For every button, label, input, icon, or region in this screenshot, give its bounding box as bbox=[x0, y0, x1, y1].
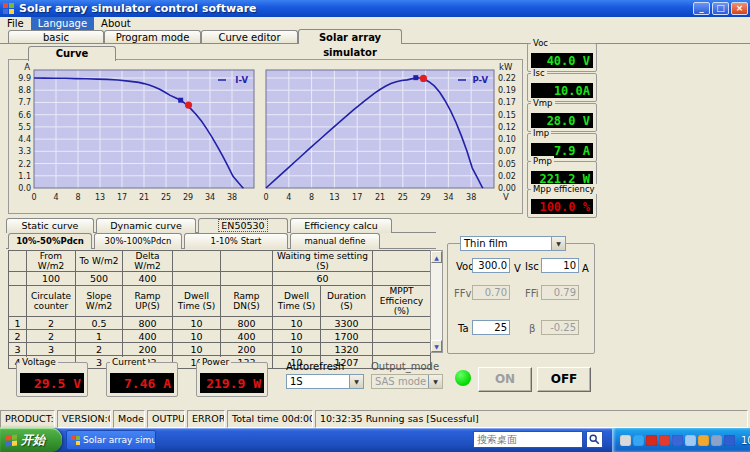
minimize-button[interactable]: _ bbox=[693, 2, 710, 15]
defender-shield-icon[interactable] bbox=[724, 435, 735, 446]
table-scrollbar[interactable]: ▲ ▼ bbox=[430, 250, 443, 353]
svg-text:4: 4 bbox=[53, 193, 58, 202]
table-cell[interactable]: 400 bbox=[221, 330, 273, 343]
messenger-icon[interactable] bbox=[672, 435, 683, 446]
tab-curve-editor[interactable]: Curve editor bbox=[201, 30, 298, 43]
svg-text:21: 21 bbox=[139, 193, 149, 202]
table-header-cell: Slope W/m2 bbox=[76, 286, 123, 317]
tab-basic[interactable]: basic bbox=[8, 30, 104, 43]
start-button[interactable]: 开始 bbox=[0, 428, 62, 452]
table-cell[interactable]: 3 bbox=[9, 343, 27, 356]
table-header-cell: Waiting time setting (S) bbox=[273, 251, 373, 272]
table-cell[interactable]: 10 bbox=[273, 330, 321, 343]
table-cell[interactable]: 0.5 bbox=[76, 317, 123, 330]
table-cell[interactable] bbox=[173, 272, 221, 286]
table-cell[interactable]: 10 bbox=[273, 343, 321, 356]
search-button[interactable] bbox=[586, 431, 603, 448]
table-cell[interactable]: 400 bbox=[123, 272, 173, 286]
tab-curve[interactable]: Curve bbox=[28, 46, 116, 61]
status-panel-5: Total time 00d:00h:08m:28S bbox=[227, 410, 313, 428]
measurement-mpp-efficiency: Mpp efficiency100.0 % bbox=[527, 189, 597, 218]
scroll-down-icon[interactable]: ▼ bbox=[431, 340, 442, 352]
field-input-voc[interactable]: 300.0 bbox=[472, 258, 510, 273]
off-button[interactable]: OFF bbox=[537, 367, 591, 392]
table-cell[interactable] bbox=[373, 330, 431, 343]
subtab-manual-define[interactable]: manual define bbox=[290, 233, 380, 249]
input-switch-icon[interactable] bbox=[633, 435, 644, 446]
table-cell[interactable]: 200 bbox=[221, 343, 273, 356]
table-cell[interactable]: 400 bbox=[123, 330, 173, 343]
vpn-shield-icon[interactable] bbox=[711, 435, 722, 446]
table-cell[interactable]: 10 bbox=[173, 317, 221, 330]
scroll-up-icon[interactable]: ▲ bbox=[431, 251, 442, 263]
network-icon[interactable] bbox=[685, 435, 696, 446]
table-cell[interactable]: 500 bbox=[76, 272, 123, 286]
table-cell[interactable]: 3300 bbox=[321, 317, 373, 330]
subtab-10--50-pdcn[interactable]: 10%-50%Pdcn bbox=[8, 233, 92, 249]
menu-language[interactable]: Language bbox=[31, 17, 94, 30]
svg-text:5.5: 5.5 bbox=[18, 123, 31, 132]
table-cell[interactable] bbox=[9, 272, 27, 286]
table-cell[interactable] bbox=[373, 272, 431, 286]
table-cell[interactable]: 10 bbox=[173, 330, 221, 343]
table-header-cell bbox=[173, 251, 221, 272]
table-cell[interactable]: 3 bbox=[27, 343, 76, 356]
taskbar-task-button[interactable]: Solar array simu... bbox=[66, 430, 156, 450]
table-cell[interactable] bbox=[373, 317, 431, 330]
autorefresh-select[interactable]: 1S ▼ bbox=[286, 374, 364, 389]
field-label-ta: Ta bbox=[458, 323, 469, 334]
autorefresh-value: 1S bbox=[290, 376, 303, 387]
module-type-select[interactable]: Thin film ▼ bbox=[460, 236, 566, 251]
tab-dynamic-curve[interactable]: Dynamic curve bbox=[96, 218, 196, 233]
table-cell[interactable]: 2 bbox=[27, 317, 76, 330]
table-cell[interactable]: 800 bbox=[221, 317, 273, 330]
svg-text:0.17: 0.17 bbox=[498, 98, 516, 107]
update-icon[interactable] bbox=[698, 435, 709, 446]
table-header-cell bbox=[9, 286, 27, 317]
on-button[interactable]: ON bbox=[478, 367, 532, 392]
status-panel-2: Mode:SAS bbox=[113, 410, 145, 428]
alert-shield-icon[interactable] bbox=[659, 435, 670, 446]
table-cell[interactable]: 2 bbox=[76, 343, 123, 356]
table-cell[interactable]: 2 bbox=[27, 330, 76, 343]
tab-solar-array-simulator[interactable]: Solar array simulator bbox=[298, 29, 402, 44]
led-display: 28.0 V bbox=[531, 113, 593, 128]
table-cell[interactable]: 1320 bbox=[321, 343, 373, 356]
menu-about[interactable]: About bbox=[94, 17, 138, 30]
table-cell[interactable]: 1 bbox=[76, 330, 123, 343]
tab-program-mode[interactable]: Program mode bbox=[104, 30, 201, 43]
close-button[interactable]: × bbox=[731, 2, 748, 15]
restore-button[interactable]: □ bbox=[712, 2, 729, 15]
tab-efficiency-calcu[interactable]: Efficiency calcu bbox=[290, 218, 392, 233]
table-cell[interactable]: 200 bbox=[123, 343, 173, 356]
field-input-isc[interactable]: 10 bbox=[541, 258, 579, 273]
table-cell[interactable]: 10 bbox=[273, 317, 321, 330]
table-cell[interactable]: 1 bbox=[9, 317, 27, 330]
tab-static-curve[interactable]: Static curve bbox=[6, 218, 94, 233]
chevron-down-icon[interactable]: ▼ bbox=[551, 237, 565, 250]
menu-file[interactable]: File bbox=[0, 17, 31, 30]
table-cell[interactable] bbox=[221, 272, 273, 286]
table-cell[interactable] bbox=[373, 343, 431, 356]
chevron-down-icon[interactable]: ▼ bbox=[349, 375, 363, 388]
keyboard-icon[interactable] bbox=[620, 435, 631, 446]
tab-en50530[interactable]: EN50530 bbox=[198, 218, 288, 233]
field-input-ta[interactable]: 25 bbox=[472, 320, 510, 335]
svg-text:0: 0 bbox=[263, 193, 268, 202]
titlebar[interactable]: Solar array simulator control software _… bbox=[0, 0, 750, 17]
table-cell[interactable]: 100 bbox=[27, 272, 76, 286]
desktop-search-input[interactable] bbox=[473, 431, 583, 448]
table-cell[interactable]: 1700 bbox=[321, 330, 373, 343]
ati-icon[interactable] bbox=[646, 435, 657, 446]
app-icon bbox=[3, 3, 15, 15]
svg-text:0.22: 0.22 bbox=[498, 74, 516, 83]
svg-text:29: 29 bbox=[421, 193, 431, 202]
table-cell[interactable]: 60 bbox=[273, 272, 373, 286]
subtab-1-10--start-shuntdown[interactable]: 1-10% Start ShuntDown bbox=[184, 233, 288, 249]
table-cell[interactable]: 800 bbox=[123, 317, 173, 330]
table-cell[interactable]: 2 bbox=[9, 330, 27, 343]
subtab-30--100-pdcn[interactable]: 30%-100%Pdcn bbox=[94, 233, 182, 249]
table-cell[interactable]: 10 bbox=[173, 343, 221, 356]
led-display: 40.0 V bbox=[531, 53, 593, 68]
field-unit: A bbox=[582, 263, 589, 274]
